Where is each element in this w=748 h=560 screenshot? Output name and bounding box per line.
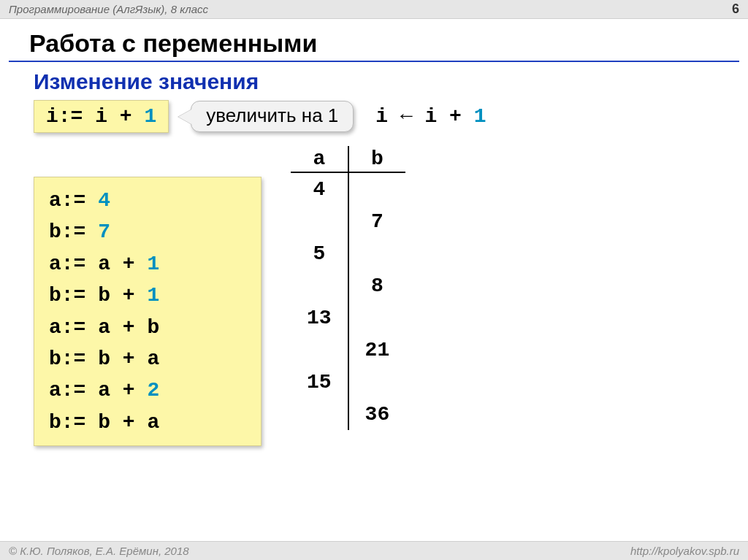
page-title: Работа с переменными: [29, 29, 748, 58]
code-line: a:= a + 1: [49, 248, 246, 280]
title-underline: [9, 61, 739, 62]
slide-footer: © К.Ю. Поляков, Е.А. Ерёмин, 2018 http:/…: [0, 541, 748, 560]
table-row: 8: [291, 269, 405, 302]
cell-b: 36: [348, 398, 406, 430]
callout-bubble: увеличить на 1: [191, 101, 354, 132]
code-text: a:=: [49, 189, 98, 212]
code-line: b:= b + 1: [49, 280, 246, 311]
numeric-literal: 1: [147, 284, 159, 307]
cell-a: 15: [291, 366, 348, 398]
table-row: 7: [291, 205, 405, 237]
code-text: b:= b + a: [49, 348, 159, 370]
code-line: a:= 4: [49, 185, 246, 216]
code-text: a:= a + b: [49, 316, 159, 339]
callout-text: увеличить на 1: [206, 104, 338, 126]
cell-a: 13: [291, 302, 348, 334]
cell-b: [348, 302, 406, 334]
code-text: a:= a +: [49, 379, 147, 402]
table-row: 15: [291, 366, 405, 398]
cell-a: 4: [291, 172, 348, 205]
numeric-literal: 1: [474, 105, 486, 128]
section-title: Изменение значения: [34, 69, 748, 94]
cell-b: 21: [348, 334, 406, 366]
table-row: 36: [291, 398, 405, 430]
copyright-text: © К.Ю. Поляков, Е.А. Ерёмин, 2018: [9, 545, 189, 557]
code-text: b:=: [49, 220, 98, 243]
numeric-literal: 2: [147, 379, 159, 402]
cell-b: [348, 172, 406, 205]
cell-b: [348, 237, 406, 269]
code-text: b:= b +: [49, 284, 147, 307]
code-line: b:= b + a: [49, 407, 246, 438]
code-line: a:= a + b: [49, 312, 246, 343]
code-block: a:= 4b:= 7a:= a + 1b:= b + 1a:= a + bb:=…: [34, 177, 262, 446]
table-row: 4: [291, 172, 405, 205]
course-title: Программирование (АлгЯзык), 8 класс: [9, 3, 208, 15]
numeric-literal: 1: [144, 105, 156, 128]
table-header-a: a: [291, 146, 348, 172]
code-line: b:= b + a: [49, 343, 246, 375]
table-row: 21: [291, 334, 405, 366]
code-text: a:= a +: [49, 253, 147, 275]
cell-b: 7: [348, 205, 406, 237]
trace-table: a b 475813211536: [291, 146, 405, 430]
code-text: i:= i +: [46, 105, 144, 128]
page-number: 6: [732, 1, 739, 17]
numeric-literal: 7: [98, 220, 110, 243]
pseudocode-expression: i ← i + 1: [375, 105, 486, 128]
trace-row: a:= 4b:= 7a:= a + 1b:= b + 1a:= a + bb:=…: [34, 146, 748, 446]
pseudo-text: i ← i +: [375, 105, 473, 128]
example-code-box: i:= i + 1: [34, 100, 169, 133]
table-row: 5: [291, 237, 405, 269]
cell-a: [291, 334, 348, 366]
cell-a: [291, 398, 348, 430]
numeric-literal: 4: [98, 189, 110, 212]
numeric-literal: 1: [147, 253, 159, 275]
content-area: i:= i + 1 увеличить на 1 i ← i + 1 a:= 4…: [34, 100, 748, 446]
cell-b: [348, 366, 406, 398]
cell-a: [291, 205, 348, 237]
slide-header: Программирование (АлгЯзык), 8 класс 6: [0, 0, 748, 19]
footer-url: http://kpolyakov.spb.ru: [630, 545, 739, 557]
table-row: 13: [291, 302, 405, 334]
code-line: b:= 7: [49, 216, 246, 248]
table-header-b: b: [348, 146, 406, 172]
cell-a: [291, 269, 348, 302]
code-text: b:= b + a: [49, 411, 159, 434]
cell-b: 8: [348, 269, 406, 302]
example-row: i:= i + 1 увеличить на 1 i ← i + 1: [34, 100, 748, 133]
cell-a: 5: [291, 237, 348, 269]
code-line: a:= a + 2: [49, 375, 246, 406]
